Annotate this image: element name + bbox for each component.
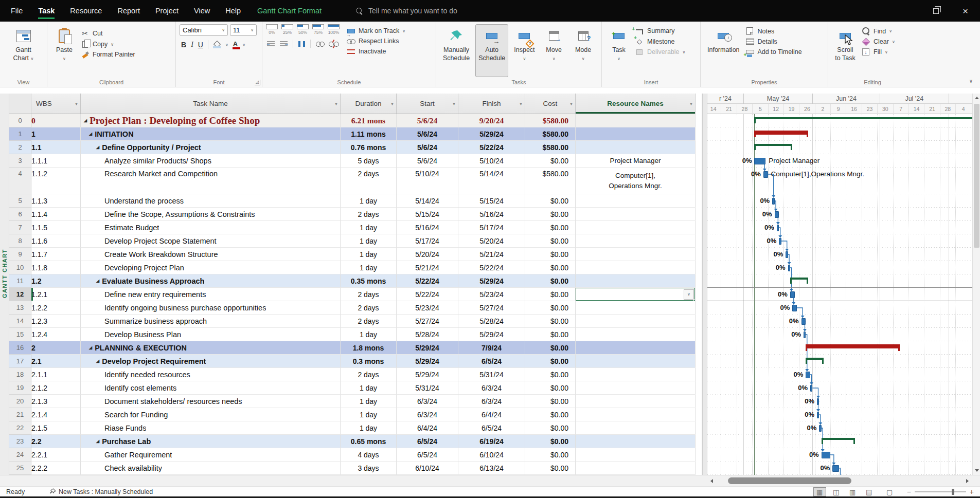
cell-duration[interactable]: 2 days — [341, 301, 397, 315]
cell-resource-names[interactable] — [576, 221, 696, 234]
cell-finish[interactable]: 5/10/24 — [458, 154, 525, 168]
cell-finish[interactable]: 5/23/24 — [458, 288, 525, 301]
cell-duration[interactable]: 1 day — [341, 408, 397, 421]
gantt-task-bar[interactable] — [817, 398, 819, 405]
gantt-task-bar[interactable] — [806, 372, 810, 378]
pane-splitter[interactable] — [702, 94, 707, 486]
scroll-left-arrow[interactable] — [707, 475, 716, 487]
progress-25pct-button[interactable]: 25% — [281, 24, 293, 35]
cell-start[interactable]: 5/14/24 — [397, 194, 458, 208]
cell-row-number[interactable]: 9 — [9, 248, 31, 261]
notes-button[interactable]: Notes — [745, 27, 802, 35]
cell-finish[interactable]: 6/10/24 — [458, 448, 525, 462]
cell-task-name[interactable]: Develop Business Plan — [81, 328, 341, 341]
cell-task-name[interactable]: ◢Purchase Lab — [81, 435, 341, 448]
tell-me-search[interactable]: Tell me what you want to do — [356, 0, 457, 22]
close-window-button[interactable]: × — [951, 0, 980, 22]
cell-cost[interactable]: $0.00 — [525, 315, 576, 328]
cell-resource-names[interactable]: Computer[1], Operations Mngr. — [576, 168, 696, 194]
cell-row-number[interactable]: 3 — [9, 154, 31, 168]
cell-finish[interactable]: 6/19/24 — [458, 435, 525, 448]
cell-start[interactable]: 5/21/24 — [397, 261, 458, 274]
cell-cost[interactable]: $0.00 — [525, 368, 576, 381]
collapse-triangle-icon[interactable]: ◢ — [96, 359, 99, 363]
cell-row-number[interactable]: 14 — [9, 315, 31, 328]
progress-0pct-button[interactable]: 0% — [266, 24, 278, 35]
column-header-cost[interactable]: Cost▼ — [525, 94, 576, 114]
cell-duration[interactable]: 1 day — [341, 381, 397, 395]
gantt-task-bar[interactable] — [822, 452, 830, 458]
menu-resource[interactable]: Resource — [62, 0, 110, 22]
cell-cost[interactable]: $0.00 — [525, 341, 576, 355]
cell-row-number[interactable]: 11 — [9, 274, 31, 288]
cell-duration[interactable]: 1 day — [341, 248, 397, 261]
cell-finish[interactable]: 5/16/24 — [458, 208, 525, 221]
font-color-button[interactable]: A — [233, 41, 238, 49]
cell-finish[interactable]: 5/29/24 — [458, 328, 525, 341]
cell-wbs[interactable]: 1 — [31, 127, 81, 141]
cell-cost[interactable]: $0.00 — [525, 234, 576, 248]
copy-button[interactable]: Copy ∨ — [80, 41, 135, 48]
cell-row-number[interactable]: 12 — [9, 288, 31, 301]
collapse-ribbon-icon[interactable]: ∨ — [969, 78, 973, 84]
details-button[interactable]: Details — [745, 38, 802, 45]
cell-start[interactable]: 5/20/24 — [397, 248, 458, 261]
cell-resource-names[interactable]: Project Manager — [576, 154, 696, 168]
cell-task-name[interactable]: ◢PLANNING & EXECUTION — [81, 341, 341, 355]
cell-cost[interactable]: $0.00 — [525, 154, 576, 168]
cell-start[interactable]: 6/5/24 — [397, 448, 458, 462]
cell-duration[interactable]: 1 day — [341, 261, 397, 274]
cell-finish[interactable]: 5/17/24 — [458, 221, 525, 234]
cell-start[interactable]: 5/28/24 — [397, 328, 458, 341]
cell-cost[interactable]: $580.00 — [525, 114, 576, 127]
cell-resource-names[interactable] — [576, 274, 696, 288]
zoom-out-button[interactable]: − — [907, 488, 911, 496]
cell-cost[interactable]: $0.00 — [525, 421, 576, 435]
scroll-right-arrow[interactable] — [963, 475, 971, 487]
zoom-slider-handle[interactable] — [952, 489, 954, 495]
cell-wbs[interactable]: 2.1 — [31, 355, 81, 368]
cell-cost[interactable]: $0.00 — [525, 208, 576, 221]
cell-wbs[interactable]: 1.2.4 — [31, 328, 81, 341]
cell-resource-names[interactable] — [576, 462, 696, 475]
collapse-triangle-icon[interactable]: ◢ — [96, 279, 99, 283]
italic-button[interactable]: I — [191, 41, 193, 49]
cell-wbs[interactable]: 2.2.1 — [31, 448, 81, 462]
cell-duration[interactable]: 1.8 mons — [341, 341, 397, 355]
cell-task-name[interactable]: Check availability — [81, 462, 341, 475]
gantt-phase-bar[interactable] — [822, 438, 855, 444]
cell-task-name[interactable]: Define new entry requirements — [81, 288, 341, 301]
cell-wbs[interactable]: 2.1.5 — [31, 421, 81, 435]
vertical-scroll-thumb[interactable] — [974, 104, 979, 248]
cell-resource-names[interactable] — [576, 114, 696, 127]
cell-resource-names[interactable] — [576, 315, 696, 328]
gantt-chart-area[interactable]: 0%Project Manager0%Computer[1],Operation… — [707, 114, 972, 475]
gantt-task-bar[interactable] — [777, 225, 779, 231]
cell-wbs[interactable]: 2.1.1 — [31, 368, 81, 381]
gantt-task-bar[interactable] — [779, 238, 781, 245]
cell-task-name[interactable]: Research Market and Competition — [81, 168, 341, 194]
cell-duration[interactable]: 3 days — [341, 462, 397, 475]
cell-resource-names[interactable] — [576, 208, 696, 221]
collapse-triangle-icon[interactable]: ◢ — [84, 118, 87, 123]
filter-arrow-icon[interactable]: ▼ — [75, 102, 78, 105]
gantt-summary-bar[interactable] — [754, 131, 808, 137]
cell-finish[interactable]: 5/14/24 — [458, 168, 525, 194]
cell-task-name[interactable]: ◢Develop Project Requirement — [81, 355, 341, 368]
cell-wbs[interactable]: 1.1.1 — [31, 154, 81, 168]
cell-wbs[interactable]: 1.1.7 — [31, 248, 81, 261]
insert-summary-button[interactable]: +Summary — [635, 27, 685, 34]
cell-task-name[interactable]: Identify needed resources — [81, 368, 341, 381]
insert-task-button[interactable]: + Task∨ — [605, 24, 632, 77]
gantt-task-bar[interactable] — [832, 465, 839, 472]
cell-duration[interactable]: 1 day — [341, 328, 397, 341]
cell-start[interactable]: 6/3/24 — [397, 408, 458, 421]
cell-finish[interactable]: 6/4/24 — [458, 408, 525, 421]
cell-cost[interactable]: $0.00 — [525, 221, 576, 234]
cell-finish[interactable]: 6/5/24 — [458, 421, 525, 435]
column-header-wbs[interactable]: WBS▼ — [31, 94, 81, 114]
cell-cost[interactable]: $0.00 — [525, 462, 576, 475]
information-button[interactable]: i Information — [704, 24, 743, 77]
cell-task-name[interactable]: Develop Project Scope Statement — [81, 234, 341, 248]
cell-cost[interactable]: $0.00 — [525, 288, 576, 301]
